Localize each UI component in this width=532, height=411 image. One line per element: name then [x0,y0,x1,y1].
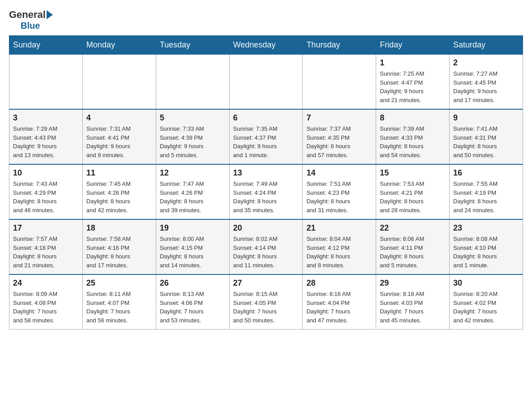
day-info: Sunrise: 7:41 AM Sunset: 4:31 PM Dayligh… [453,124,519,159]
day-info: Sunrise: 8:08 AM Sunset: 4:10 PM Dayligh… [453,235,519,270]
calendar-cell: 11Sunrise: 7:45 AM Sunset: 4:28 PM Dayli… [82,164,156,219]
week-row-1: 1Sunrise: 7:25 AM Sunset: 4:47 PM Daylig… [9,55,523,110]
day-info: Sunrise: 7:47 AM Sunset: 4:26 PM Dayligh… [160,180,226,214]
calendar-cell: 23Sunrise: 8:08 AM Sunset: 4:10 PM Dayli… [450,219,523,274]
calendar-cell: 12Sunrise: 7:47 AM Sunset: 4:26 PM Dayli… [156,164,229,219]
day-info: Sunrise: 7:25 AM Sunset: 4:47 PM Dayligh… [380,69,446,104]
calendar-cell: 26Sunrise: 8:13 AM Sunset: 4:06 PM Dayli… [156,274,229,330]
calendar-cell: 2Sunrise: 7:27 AM Sunset: 4:45 PM Daylig… [450,55,523,110]
weekday-header-saturday: Saturday [450,36,523,55]
day-number: 16 [453,168,519,178]
week-row-5: 24Sunrise: 8:09 AM Sunset: 4:08 PM Dayli… [9,274,523,330]
day-info: Sunrise: 7:53 AM Sunset: 4:21 PM Dayligh… [380,180,446,214]
day-info: Sunrise: 7:39 AM Sunset: 4:33 PM Dayligh… [380,124,446,159]
day-number: 7 [306,113,372,123]
day-info: Sunrise: 8:15 AM Sunset: 4:05 PM Dayligh… [233,290,299,325]
weekday-header-friday: Friday [376,36,450,55]
day-number: 19 [160,223,226,233]
day-info: Sunrise: 7:35 AM Sunset: 4:37 PM Dayligh… [233,124,299,159]
weekday-header-sunday: Sunday [9,36,83,55]
logo-general-text: General [9,9,46,21]
day-number: 2 [453,58,519,68]
calendar-cell: 9Sunrise: 7:41 AM Sunset: 4:31 PM Daylig… [450,109,523,164]
calendar-cell: 20Sunrise: 8:02 AM Sunset: 4:14 PM Dayli… [229,219,303,274]
calendar-cell: 16Sunrise: 7:55 AM Sunset: 4:19 PM Dayli… [450,164,523,219]
calendar-cell: 27Sunrise: 8:15 AM Sunset: 4:05 PM Dayli… [229,274,303,330]
day-info: Sunrise: 7:51 AM Sunset: 4:23 PM Dayligh… [306,180,372,214]
day-number: 22 [380,223,446,233]
weekday-header-tuesday: Tuesday [156,36,229,55]
calendar-cell: 6Sunrise: 7:35 AM Sunset: 4:37 PM Daylig… [229,109,303,164]
page-header: General Blue [9,9,523,31]
day-number: 25 [86,278,152,288]
calendar-cell: 14Sunrise: 7:51 AM Sunset: 4:23 PM Dayli… [303,164,376,219]
day-info: Sunrise: 8:18 AM Sunset: 4:03 PM Dayligh… [380,290,446,325]
day-number: 5 [160,113,226,123]
day-info: Sunrise: 7:58 AM Sunset: 4:16 PM Dayligh… [86,235,152,270]
calendar-cell: 24Sunrise: 8:09 AM Sunset: 4:08 PM Dayli… [9,274,83,330]
day-info: Sunrise: 7:49 AM Sunset: 4:24 PM Dayligh… [233,180,299,214]
logo-blue-text: Blue [21,21,40,31]
day-info: Sunrise: 8:06 AM Sunset: 4:11 PM Dayligh… [380,235,446,270]
day-info: Sunrise: 7:33 AM Sunset: 4:39 PM Dayligh… [160,124,226,159]
day-info: Sunrise: 7:55 AM Sunset: 4:19 PM Dayligh… [453,180,519,214]
day-number: 6 [233,113,299,123]
day-number: 28 [306,278,372,288]
day-number: 3 [13,113,79,123]
calendar-cell: 4Sunrise: 7:31 AM Sunset: 4:41 PM Daylig… [82,109,156,164]
weekday-header-monday: Monday [82,36,156,55]
week-row-3: 10Sunrise: 7:43 AM Sunset: 4:29 PM Dayli… [9,164,523,219]
day-number: 17 [13,223,79,233]
calendar-cell: 7Sunrise: 7:37 AM Sunset: 4:35 PM Daylig… [303,109,376,164]
calendar-cell [229,55,303,110]
calendar-cell [9,55,83,110]
calendar-cell: 25Sunrise: 8:11 AM Sunset: 4:07 PM Dayli… [82,274,156,330]
day-info: Sunrise: 8:02 AM Sunset: 4:14 PM Dayligh… [233,235,299,270]
calendar-cell: 13Sunrise: 7:49 AM Sunset: 4:24 PM Dayli… [229,164,303,219]
logo-arrow-icon [47,10,53,19]
calendar-cell: 29Sunrise: 8:18 AM Sunset: 4:03 PM Dayli… [376,274,450,330]
day-number: 26 [160,278,226,288]
calendar-cell: 21Sunrise: 8:04 AM Sunset: 4:12 PM Dayli… [303,219,376,274]
day-number: 27 [233,278,299,288]
calendar-cell: 10Sunrise: 7:43 AM Sunset: 4:29 PM Dayli… [9,164,83,219]
day-info: Sunrise: 8:20 AM Sunset: 4:02 PM Dayligh… [453,290,519,325]
calendar-cell [156,55,229,110]
week-row-2: 3Sunrise: 7:29 AM Sunset: 4:43 PM Daylig… [9,109,523,164]
calendar-cell [303,55,376,110]
day-number: 8 [380,113,446,123]
day-info: Sunrise: 7:37 AM Sunset: 4:35 PM Dayligh… [306,124,372,159]
weekday-header-thursday: Thursday [303,36,376,55]
day-number: 20 [233,223,299,233]
day-number: 24 [13,278,79,288]
day-info: Sunrise: 7:45 AM Sunset: 4:28 PM Dayligh… [86,180,152,214]
calendar-cell: 1Sunrise: 7:25 AM Sunset: 4:47 PM Daylig… [376,55,450,110]
weekday-header-wednesday: Wednesday [229,36,303,55]
calendar-cell: 8Sunrise: 7:39 AM Sunset: 4:33 PM Daylig… [376,109,450,164]
logo: General Blue [9,9,54,31]
day-number: 11 [86,168,152,178]
day-info: Sunrise: 7:43 AM Sunset: 4:29 PM Dayligh… [13,180,79,214]
calendar-cell: 22Sunrise: 8:06 AM Sunset: 4:11 PM Dayli… [376,219,450,274]
day-number: 23 [453,223,519,233]
day-info: Sunrise: 7:29 AM Sunset: 4:43 PM Dayligh… [13,124,79,159]
day-number: 12 [160,168,226,178]
day-number: 15 [380,168,446,178]
day-number: 4 [86,113,152,123]
day-number: 13 [233,168,299,178]
calendar-cell: 30Sunrise: 8:20 AM Sunset: 4:02 PM Dayli… [450,274,523,330]
weekday-header-row: SundayMondayTuesdayWednesdayThursdayFrid… [9,36,523,55]
day-info: Sunrise: 8:09 AM Sunset: 4:08 PM Dayligh… [13,290,79,325]
day-info: Sunrise: 8:00 AM Sunset: 4:15 PM Dayligh… [160,235,226,270]
day-number: 29 [380,278,446,288]
calendar-cell [82,55,156,110]
calendar-cell: 3Sunrise: 7:29 AM Sunset: 4:43 PM Daylig… [9,109,83,164]
day-number: 21 [306,223,372,233]
day-info: Sunrise: 7:31 AM Sunset: 4:41 PM Dayligh… [86,124,152,159]
calendar-cell: 5Sunrise: 7:33 AM Sunset: 4:39 PM Daylig… [156,109,229,164]
day-info: Sunrise: 7:27 AM Sunset: 4:45 PM Dayligh… [453,69,519,104]
day-number: 30 [453,278,519,288]
calendar-cell: 28Sunrise: 8:16 AM Sunset: 4:04 PM Dayli… [303,274,376,330]
calendar-cell: 19Sunrise: 8:00 AM Sunset: 4:15 PM Dayli… [156,219,229,274]
day-number: 18 [86,223,152,233]
